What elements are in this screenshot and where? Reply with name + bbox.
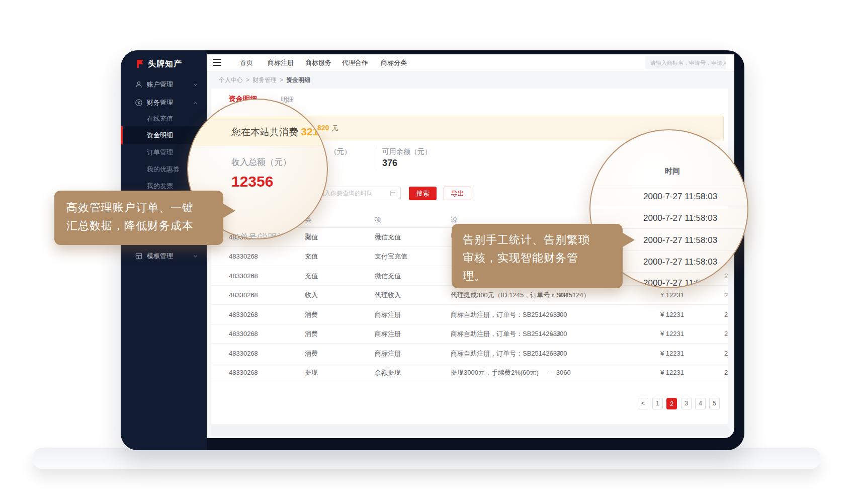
callout-left: 高效管理账户订单、一键 汇总数据，降低财务成本 <box>54 191 223 245</box>
banner-unit: 元 <box>332 116 338 140</box>
row-separator <box>590 207 748 207</box>
table-row: 48330268消费商标注册商标自助注册，订单号：SB2514263J– 300… <box>211 305 728 324</box>
magnified-time-header: 时间 <box>665 166 680 176</box>
magnified-banner: 您在本站共消费 32124 元 <box>188 117 328 145</box>
sidebar-item-label: 模板管理 <box>147 247 173 265</box>
topbar: 首页 商标注册 商标服务 代理合作 商标分类 请输入商标名，申请号，申请人 <box>207 54 734 71</box>
sidebar-item-label: 账户管理 <box>147 76 173 93</box>
table-row: 48330268提现余额提现提现3000元，手续费2%(60元)– 3060¥ … <box>211 363 728 382</box>
user-icon <box>135 80 143 89</box>
sidebar-item-template[interactable]: 模板管理 <box>121 247 207 265</box>
template-icon <box>135 252 143 260</box>
menu-icon[interactable] <box>213 59 221 66</box>
table-row: 48330268消费商标注册商标自助注册，订单号：SB2514263J– 300… <box>211 344 728 363</box>
table-row: 48330268收入代理收入代理提成300元（ID:1245，订单号：SB451… <box>211 286 728 305</box>
nav-item-home[interactable]: 首页 <box>240 54 253 71</box>
callout-tail <box>223 204 235 218</box>
search-input[interactable]: 请输入商标名，申请号，申请人 <box>645 56 726 69</box>
callout-right: 告别手工统计、告别繁琐 审核，实现智能财务管 理。 <box>452 224 623 288</box>
sidebar: 头牌知产 账户管理 财务管理 在线充值 资金明细 <box>121 50 207 450</box>
marketing-canvas: 头牌知产 账户管理 财务管理 在线充值 资金明细 <box>0 0 853 504</box>
stat-balance-value: 376 <box>382 158 397 169</box>
footer-strip <box>211 425 730 436</box>
pagination-prev-button[interactable]: < <box>638 398 648 409</box>
brand-name: 头牌知产 <box>148 59 182 69</box>
pagination-page-5[interactable]: 5 <box>709 398 720 409</box>
brand-logo: 头牌知产 <box>135 57 182 70</box>
search-button[interactable]: 搜索 <box>409 187 437 200</box>
magnified-time-value: 2000-7-27 11:58:03 <box>643 257 717 267</box>
callout-tail <box>623 233 635 247</box>
sidebar-item-finance[interactable]: 财务管理 <box>121 94 207 111</box>
laptop-base <box>32 448 821 469</box>
brand-flag-icon <box>135 59 145 69</box>
magnified-time-value: 2000-7-27 11:58:03 <box>643 213 717 223</box>
calendar-icon <box>390 191 396 196</box>
nav-item-trademark-service[interactable]: 商标服务 <box>305 54 331 71</box>
table-row: 48330268消费商标注册商标自助注册，订单号：SB2514263J– 300… <box>211 324 728 344</box>
magnified-income-label: 收入总额（元） <box>231 156 291 168</box>
finance-icon <box>135 99 143 107</box>
nav-item-trademark-category[interactable]: 商标分类 <box>381 54 407 71</box>
magnified-time-value: 2000-7-27 11:58:03 <box>643 192 717 202</box>
stat-balance-label: 可用余额（元） <box>382 147 432 156</box>
magnified-banner-prefix: 您在本站共消费 <box>231 127 301 137</box>
magnified-income-value: 12356 <box>231 173 273 190</box>
row-separator <box>590 186 748 186</box>
sidebar-item-label: 财务管理 <box>147 94 173 111</box>
sidebar-item-online-recharge[interactable]: 在线充值 <box>121 110 207 127</box>
nav-item-trademark-register[interactable]: 商标注册 <box>268 54 294 71</box>
pagination-page-3[interactable]: 3 <box>681 398 692 409</box>
active-indicator-bar <box>121 126 123 144</box>
sidebar-item-account[interactable]: 账户管理 <box>121 76 207 93</box>
chevron-down-icon <box>193 254 198 259</box>
magnified-time-value: 2000-7-27 11:58:03 <box>643 235 717 245</box>
pagination-page-4[interactable]: 4 <box>695 398 706 409</box>
chevron-up-icon <box>193 101 198 105</box>
pagination-page-2[interactable]: 2 <box>666 398 677 409</box>
pagination: < 1 2 3 4 5 <box>211 398 728 410</box>
stat-divider <box>376 147 376 170</box>
breadcrumb: 个人中心>财务管理>资金明细 <box>219 71 310 89</box>
sort-caret-icon: ∨ <box>377 211 380 228</box>
nav-item-agent-coop[interactable]: 代理合作 <box>342 54 368 71</box>
pagination-page-1[interactable]: 1 <box>652 398 663 409</box>
stat-expense-label: （元） <box>330 147 351 156</box>
chevron-down-icon <box>193 82 198 87</box>
export-button[interactable]: 导出 <box>444 187 471 200</box>
